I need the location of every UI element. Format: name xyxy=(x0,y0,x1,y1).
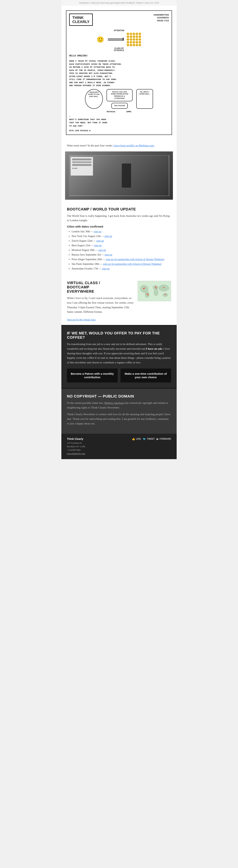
tweet-icon: 🐦 xyxy=(143,437,146,440)
bootcamp-title: BOOTCAMP / WORLD TOUR UPDATE xyxy=(67,207,171,211)
think-clearly-logo: THINKCLEARLY xyxy=(69,13,93,26)
list-item: Porto Alegre September 26th — sign up (i… xyxy=(72,257,171,261)
svg-point-4 xyxy=(154,289,158,296)
stick-figure-left: 🙂 xyxy=(97,36,104,43)
sketch-image: THINKCLEARLY HANDWRITTEN GOODNESS ISSUE … xyxy=(66,10,172,135)
coffee-bold: I have an ask: xyxy=(146,347,163,350)
name-emma: EMMA xyxy=(127,111,131,113)
sketch-footer-text: — WHAT'S SOMETHING THAT YOU KNOW THAT YO… xyxy=(69,115,169,128)
author-link[interactable]: Mathias Jakobsen xyxy=(104,401,124,404)
arrow-group xyxy=(108,38,123,41)
bubble-would-you: WOULD YOU LIKE SOME APPRECIATIVE FEEDBAC… xyxy=(107,89,133,101)
city-link[interactable]: sign up xyxy=(105,253,112,256)
bubble-ok-what: OK, WHAT I LOVED WAS... xyxy=(136,89,153,109)
virtual-layout: VIRTUAL CLASS / BOOTCAMP EVERYWHERE Whil… xyxy=(67,281,171,321)
bubble-yes-please: YES, PLEASE xyxy=(111,103,128,109)
cta-buttons: Become a Patron with a monthly contribut… xyxy=(67,369,171,382)
svg-point-12 xyxy=(156,287,157,288)
copyright-title: No Copyright — Public Domain xyxy=(67,394,171,399)
tweet-button[interactable]: 🐦 TWEET xyxy=(143,437,155,440)
whiteboard: SLOW xyxy=(71,157,93,176)
like-label: LIKE xyxy=(136,438,141,440)
city-link[interactable]: sign up xyxy=(98,249,106,251)
virtual-body: While I love to fly, I can't reach every… xyxy=(67,296,134,314)
sketch-greeting: HELLO AMAZING! xyxy=(69,54,169,58)
footer-brand: Think Clearly xyxy=(67,437,85,440)
copyright-body1: To the extent possible under law, Mathia… xyxy=(67,401,171,410)
coffee-body: I'm transitioning from one job to a new … xyxy=(67,342,171,365)
city-link[interactable]: sign up xyxy=(94,230,102,233)
email-wrapper: Sometimes I really just need some good a… xyxy=(61,0,177,459)
world-map xyxy=(138,281,171,301)
like-icon: 👍 xyxy=(132,437,135,440)
city-link[interactable]: sign up xyxy=(102,267,109,270)
arrow-line-3 xyxy=(108,40,123,41)
svg-point-10 xyxy=(148,294,149,296)
speech-bubbles: I WOULDN'T DARE TO ASK FOR THAT... WOULD… xyxy=(69,89,169,109)
tweet-label: TWEET xyxy=(147,438,155,440)
footer: Think Clearly 114 Troutman St Brooklyn N… xyxy=(61,434,177,459)
forward-icon: ▶ xyxy=(157,437,159,440)
list-item: New York City August 12th — sign up xyxy=(72,234,171,238)
one-time-contribution-button[interactable]: Make a one-time contribution of your own… xyxy=(121,369,171,382)
city-link[interactable]: sign up xyxy=(96,240,104,242)
person-figure xyxy=(122,163,131,188)
city-link[interactable]: sign up (in partnership with School of D… xyxy=(106,258,164,261)
sketch-paragraph1: WHEN I TEACH MY VISUAL THINKING CLASS, E… xyxy=(69,60,169,87)
copyright-body2: Think Clearly Newsletter is written with… xyxy=(67,412,171,426)
virtual-title: VIRTUAL CLASS / BOOTCAMP EVERYWHERE xyxy=(67,281,134,293)
become-patron-button[interactable]: Become a Patron with a monthly contribut… xyxy=(67,369,118,382)
name-mathias: MATHIAS xyxy=(107,111,115,113)
sketch-arrows: 🙂 😊😊😊😊😊😊😊😊😊😊😊😊😊😊😊😊😊😊😊😊😊😊😊😊😊 xyxy=(69,32,169,46)
city-link[interactable]: sign up xyxy=(105,235,112,238)
list-item: London July 30th — sign up xyxy=(72,229,171,234)
list-item: Amsterdam October 17th — sign up xyxy=(72,267,171,271)
bootcamp-section: BOOTCAMP / WORLD TOUR UPDATE The World T… xyxy=(61,204,177,277)
virtual-text: VIRTUAL CLASS / BOOTCAMP EVERYWHERE Whil… xyxy=(67,281,134,321)
forward-label: FORWARD xyxy=(160,438,171,440)
coffee-title: If we met, would you offer to pay for th… xyxy=(67,331,171,340)
svg-point-14 xyxy=(165,294,166,295)
issue-info: HANDWRITTEN GOODNESS ISSUE # 514 xyxy=(154,13,169,22)
virtual-signup-link[interactable]: Sign up for the virtual class xyxy=(67,318,96,321)
sketch-names: MATHIAS EMMA xyxy=(69,111,169,113)
arrow-line-2 xyxy=(108,39,123,40)
people-group: 😊😊😊😊😊😊😊😊😊😊😊😊😊😊😊😊😊😊😊😊😊😊😊😊😊 xyxy=(127,32,141,46)
list-item: Bern August 23rd — sign up xyxy=(72,244,171,247)
sketch-diagram: ATTENTION 🙂 😊😊😊😊😊😊😊😊😊😊😊😊😊😊😊😊😊😊😊😊😊😊😊😊😊 CL… xyxy=(69,30,169,52)
like-button[interactable]: 👍 LIKE xyxy=(132,437,141,440)
city-link[interactable]: sign up xyxy=(94,244,102,247)
world-map-svg xyxy=(138,281,171,301)
footer-address: 114 Troutman St Brooklyn NY 11206 +13479… xyxy=(67,441,85,456)
bootcamp-body: The World Tour is really happening. I go… xyxy=(67,214,171,223)
sketch-section: THINKCLEARLY HANDWRITTEN GOODNESS ISSUE … xyxy=(61,6,177,140)
photo-section: SLOW xyxy=(61,151,177,204)
class-label: CLASS OF 25 PEOPLE xyxy=(69,47,169,52)
sketch-signature: WITH LOVE MATHIAS ■ xyxy=(69,130,169,132)
attention-label: ATTENTION xyxy=(69,30,169,32)
svg-point-8 xyxy=(143,288,144,289)
bubble-i-wouldnt: I WOULDN'T DARE TO ASK FOR THAT... xyxy=(85,89,103,109)
list-item: Zurich August 22nd — sign up xyxy=(72,239,171,243)
cities-title: Cities with dates confirmed xyxy=(67,225,171,228)
svg-point-9 xyxy=(147,293,148,294)
photo-image: SLOW xyxy=(65,151,173,200)
city-link[interactable]: sign up (in partnership with School of D… xyxy=(103,262,162,266)
city-list: London July 30th — sign up New York City… xyxy=(67,229,171,271)
bubble-group-center: WOULD YOU LIKE SOME APPRECIATIVE FEEDBAC… xyxy=(107,89,133,109)
virtual-section: VIRTUAL CLASS / BOOTCAMP EVERYWHERE Whil… xyxy=(61,277,177,325)
footer-info: Think Clearly 114 Troutman St Brooklyn N… xyxy=(67,437,85,456)
sketch-header: THINKCLEARLY HANDWRITTEN GOODNESS ISSUE … xyxy=(69,13,169,26)
medium-link[interactable]: i have been prolific on Medium.com. xyxy=(113,144,155,147)
list-item: São Paulo September 28th — sign up (in p… xyxy=(72,262,171,266)
svg-point-13 xyxy=(163,287,164,288)
list-item: Montreal August 29th — sign up xyxy=(72,248,171,252)
footer-website[interactable]: www.thinkclrly.com xyxy=(67,452,85,455)
forward-button[interactable]: ▶ FORWARD xyxy=(157,437,171,440)
top-bar-text: Sometimes I really just need some good a… xyxy=(79,1,159,4)
copyright-section: No Copyright — Public Domain To the exte… xyxy=(61,389,177,434)
list-item: Buenos Ares September 3rd — sign up xyxy=(72,253,171,257)
arrow-line-1 xyxy=(108,38,123,39)
footer-social: 👍 LIKE 🐦 TWEET ▶ FORWARD xyxy=(132,437,171,440)
top-bar: Sometimes I really just need some good a… xyxy=(61,0,177,6)
